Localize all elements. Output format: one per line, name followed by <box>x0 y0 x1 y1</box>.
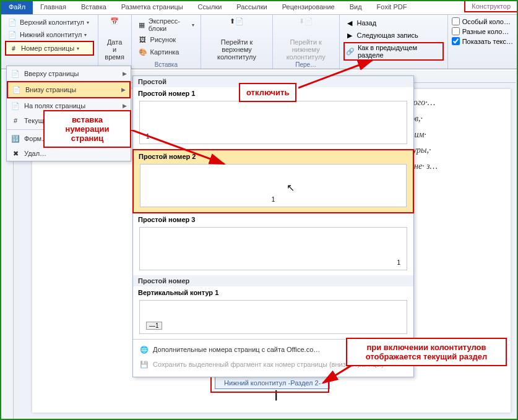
annotation-section: при включении колонтитулов отображается … <box>346 338 507 366</box>
nav-next[interactable]: ▶ Следующая запись <box>343 30 444 41</box>
header-button[interactable]: 📄 Верхний колонтитул ▾ <box>5 16 94 28</box>
page-number-label: Номер страницы <box>21 45 74 52</box>
header-icon: 📄 <box>7 17 17 27</box>
goto-header-button[interactable]: ⬆📄 Перейти к верхнему колонтитулу <box>205 16 269 62</box>
picture-button[interactable]: 🖼 Рисунок <box>136 33 197 46</box>
goto-header-label: Перейти к верхнему колонтитулу <box>210 38 264 61</box>
tab-review[interactable]: Рецензирование <box>275 1 342 14</box>
page-number-button[interactable]: #️ Номер страницы ▾ <box>5 41 94 56</box>
doc-icon: # <box>11 116 20 126</box>
chk-label: Разные коло… <box>462 28 509 35</box>
clipart-button[interactable]: 🎨 Картинка <box>136 46 197 58</box>
quick-parts-label: Экспресс-блоки <box>149 17 189 32</box>
tab-home[interactable]: Главная <box>33 1 74 14</box>
chk-label: Особый коло… <box>462 18 511 25</box>
nav-back-label: Назад <box>357 19 377 27</box>
chk-different[interactable]: Разные коло… <box>452 27 513 35</box>
tab-refs[interactable]: Ссылки <box>191 1 230 14</box>
pn-label: Вверху страницы <box>24 70 79 77</box>
tab-foxit[interactable]: Foxit PDF <box>369 1 415 14</box>
gallery-preview: 1 <box>139 227 407 270</box>
chk-special-first[interactable]: Особый коло… <box>452 17 513 25</box>
clipart-label: Картинка <box>150 48 179 56</box>
tab-layout[interactable]: Разметка страницы <box>114 1 191 14</box>
format-icon: 🔢 <box>11 134 20 144</box>
save-icon: 💾 <box>139 359 149 369</box>
pn-bottom[interactable]: 📄 Внизу страницы ▶ <box>7 81 131 98</box>
tab-insert[interactable]: Вставка <box>74 1 114 14</box>
group-nav-label: Пере… <box>273 61 339 68</box>
arrow-right-icon: ▶ <box>123 103 127 109</box>
arrow-right-icon: ▶ <box>121 87 126 93</box>
gallery-option-3[interactable]: Простой номер 3 1 <box>133 213 413 270</box>
pn-label: Внизу страницы <box>25 86 76 93</box>
chk-label: Показать текс… <box>462 38 513 45</box>
nav-back[interactable]: ◀ Назад <box>343 17 444 28</box>
gallery-more-label: Дополнительные номера страниц с сайта Of… <box>153 346 320 353</box>
chk-show-text[interactable]: Показать текс… <box>452 37 513 45</box>
page-number-gallery: Простой Простой номер 1 1 Простой номер … <box>132 75 414 377</box>
pn-label: На полях страницы <box>24 102 85 109</box>
tab-mail[interactable]: Рассылки <box>229 1 274 14</box>
gallery-header-2: Простой номер <box>133 275 413 286</box>
goto-footer-label: Перейти к нижнему колонтитулу <box>282 38 330 61</box>
cursor-icon: ↖ <box>287 182 295 194</box>
chevron-down-icon: ▾ <box>84 32 87 38</box>
clipart-icon: 🎨 <box>138 47 148 57</box>
back-icon: ◀ <box>345 18 355 28</box>
goto-header-icon: ⬆📄 <box>227 17 247 37</box>
gallery-option-4[interactable]: Вертикальный контур 1 —1 <box>133 286 413 334</box>
goto-footer-icon: ⬇📄 <box>296 17 316 37</box>
pn-remove[interactable]: ✖ Удал… <box>7 146 131 161</box>
arrow-right-icon: ▶ <box>123 71 127 77</box>
page-number-icon: #️ <box>9 43 19 53</box>
tab-view[interactable]: Вид <box>342 1 369 14</box>
goto-footer-button: ⬇📄 Перейти к нижнему колонтитулу <box>277 16 335 62</box>
link-previous[interactable]: 🔗 Как в предыдущем разделе <box>343 42 444 61</box>
chevron-down-icon: ▾ <box>77 46 79 51</box>
pn-label: Удал… <box>24 150 46 157</box>
gallery-title: Простой номер 2 <box>134 150 413 161</box>
ribbon-tabs: Файл Главная Вставка Разметка страницы С… <box>1 1 517 15</box>
next-icon: ▶ <box>345 30 355 40</box>
footer-button[interactable]: 📄 Нижний колонтитул ▾ <box>5 28 94 41</box>
office-icon: 🌐 <box>139 345 149 354</box>
gallery-title: Вертикальный контур 1 <box>133 286 413 298</box>
chevron-down-icon: ▾ <box>87 20 89 25</box>
gallery-preview: —1 <box>139 300 407 334</box>
calendar-icon: 📅 <box>105 17 124 37</box>
link-icon: 🔗 <box>346 46 355 56</box>
picture-icon: 🖼 <box>138 35 148 45</box>
footer-icon: 📄 <box>7 30 17 40</box>
header-label: Верхний колонтитул <box>20 19 84 26</box>
remove-icon: ✖ <box>11 148 20 158</box>
doc-icon: 📄 <box>11 101 20 111</box>
date-time-label: Дата и время <box>105 38 124 61</box>
ribbon-body: 📄 Верхний колонтитул ▾ 📄 Нижний колонтит… <box>1 15 517 69</box>
tab-file[interactable]: Файл <box>1 1 33 14</box>
doc-icon: 📄 <box>12 85 22 95</box>
picture-label: Рисунок <box>150 36 176 43</box>
blocks-icon: ▦ <box>138 20 146 30</box>
annotation-insert: вставка нумерации страниц <box>43 110 131 148</box>
quick-parts-button[interactable]: ▦ Экспресс-блоки ▾ <box>136 16 197 33</box>
gallery-title: Простой номер 3 <box>133 213 413 225</box>
date-time-button[interactable]: 📅 Дата и время <box>100 16 129 62</box>
nav-next-label: Следующая запись <box>357 32 418 39</box>
footer-label: Нижний колонтитул <box>20 31 82 38</box>
gallery-preview: 1 <box>139 101 407 144</box>
gallery-preview: 1 ↖ <box>140 164 407 207</box>
pn-top[interactable]: 📄 Вверху страницы ▶ <box>7 66 131 81</box>
tab-design[interactable]: Конструктор <box>464 0 518 12</box>
group-insert-label: Вставка <box>132 61 201 68</box>
annotation-disable: отключить <box>239 83 296 102</box>
doc-icon: 📄 <box>11 69 20 79</box>
link-previous-label: Как в предыдущем разделе <box>358 44 441 59</box>
gallery-option-2[interactable]: Простой номер 2 1 ↖ <box>132 149 414 213</box>
chevron-down-icon: ▾ <box>192 22 194 28</box>
